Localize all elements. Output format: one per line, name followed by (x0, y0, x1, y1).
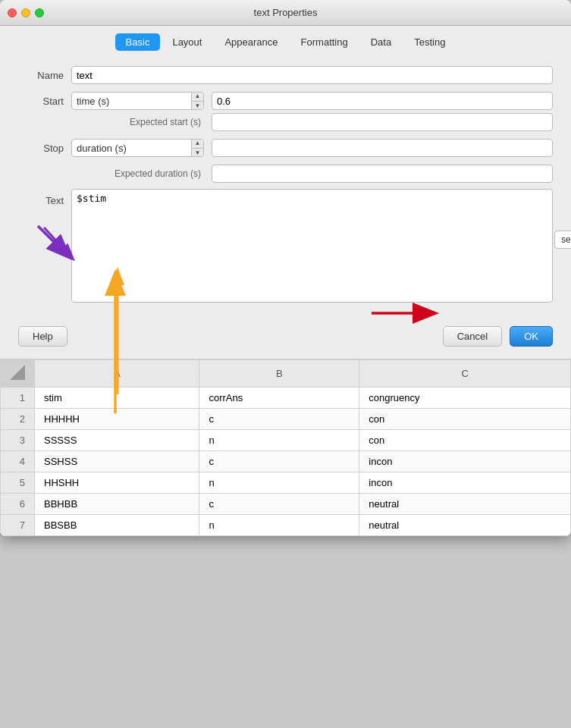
text-label: Text (18, 189, 64, 206)
cell-b: n (199, 515, 359, 536)
name-row: Name (18, 66, 553, 84)
corner-cell (1, 360, 35, 388)
expected-start-row: Expected start (s) (18, 113, 553, 131)
cell-c: con (359, 409, 571, 430)
table-row: 1 stim corrAns congruency (1, 388, 571, 409)
row-num: 4 (1, 451, 35, 472)
minimize-button[interactable] (21, 8, 30, 17)
cell-a: HHHHH (35, 409, 199, 430)
cancel-button[interactable]: Cancel (443, 326, 502, 347)
titlebar: text Properties (0, 0, 571, 26)
stepper-up[interactable]: ▲ (192, 92, 203, 102)
text-input[interactable]: $stim (71, 189, 553, 303)
tab-data[interactable]: Data (360, 33, 402, 51)
svg-marker-8 (10, 365, 25, 380)
set-every-repeat-container: set every repeat ▲ ▼ (554, 231, 571, 249)
stop-type-label: duration (s) (72, 143, 191, 154)
table-row: 4 SSHSS c incon (1, 451, 571, 472)
tab-bar: Basic Layout Appearance Formatting Data … (0, 26, 571, 57)
close-button[interactable] (8, 8, 17, 17)
col-header-b: B (199, 360, 359, 388)
start-type-label: time (s) (72, 96, 191, 107)
spreadsheet-table: A B C 1 stim corrAns congruency 2 HHHHH … (0, 359, 571, 536)
expected-start-label: Expected start (s) (71, 117, 204, 127)
window-title: text Properties (254, 7, 318, 18)
start-type-select[interactable]: time (s) ▲ ▼ (71, 92, 204, 110)
start-row: Start time (s) ▲ ▼ (18, 92, 553, 110)
table-row: 6 BBHBB c neutral (1, 494, 571, 515)
row-num: 6 (1, 494, 35, 515)
cell-a: SSHSS (35, 451, 199, 472)
stop-label: Stop (18, 143, 64, 154)
cell-c: neutral (359, 515, 571, 536)
stop-type-select[interactable]: duration (s) ▲ ▼ (71, 139, 204, 157)
row-num: 1 (1, 388, 35, 409)
tab-formatting[interactable]: Formatting (290, 33, 359, 51)
cell-b: n (199, 430, 359, 451)
stop-row: Stop duration (s) ▲ ▼ (18, 139, 553, 157)
row-num: 7 (1, 515, 35, 536)
stepper-down[interactable]: ▼ (192, 102, 203, 111)
start-value-input[interactable] (212, 92, 553, 110)
expected-duration-row: Expected duration (s) (18, 165, 553, 183)
expected-duration-input[interactable] (212, 165, 553, 183)
cell-b: corrAns (199, 388, 359, 409)
cell-b: c (199, 494, 359, 515)
cell-c: incon (359, 472, 571, 494)
maximize-button[interactable] (35, 8, 44, 17)
ok-button[interactable]: OK (510, 326, 553, 347)
start-type-stepper[interactable]: ▲ ▼ (191, 92, 203, 110)
spreadsheet: A B C 1 stim corrAns congruency 2 HHHHH … (0, 359, 571, 536)
tab-testing[interactable]: Testing (403, 33, 456, 51)
stop-stepper-down[interactable]: ▼ (192, 149, 203, 158)
main-window: text Properties Basic Layout Appearance … (0, 0, 571, 536)
tab-appearance[interactable]: Appearance (214, 33, 288, 51)
cell-c: incon (359, 451, 571, 472)
cell-b: c (199, 451, 359, 472)
start-section: Start time (s) ▲ ▼ Expected start (s) (18, 92, 553, 131)
bottom-bar: Help Cancel OK (0, 317, 571, 359)
tab-layout[interactable]: Layout (162, 33, 212, 51)
table-row: 3 SSSSS n con (1, 430, 571, 451)
row-num: 3 (1, 430, 35, 451)
stop-section: Stop duration (s) ▲ ▼ Expected duration … (18, 139, 553, 183)
traffic-lights (8, 8, 44, 17)
cell-c: neutral (359, 494, 571, 515)
cell-b: c (199, 409, 359, 430)
table-row: 5 HHSHH n incon (1, 472, 571, 494)
cell-a: stim (35, 388, 199, 409)
table-row: 7 BBSBB n neutral (1, 515, 571, 536)
table-row: 2 HHHHH c con (1, 409, 571, 430)
stop-stepper-up[interactable]: ▲ (192, 139, 203, 149)
cell-a: BBSBB (35, 515, 199, 536)
name-label: Name (18, 70, 64, 81)
cell-c: congruency (359, 388, 571, 409)
stop-type-stepper[interactable]: ▲ ▼ (191, 139, 203, 157)
cell-a: HHSHH (35, 472, 199, 494)
set-every-repeat-label: set every repeat (555, 234, 571, 245)
textarea-container: $stim set every repeat ▲ ▼ (71, 189, 553, 305)
stop-value-input[interactable] (212, 139, 553, 157)
name-input[interactable] (71, 66, 553, 84)
tab-basic[interactable]: Basic (115, 33, 161, 51)
row-num: 5 (1, 472, 35, 494)
start-label: Start (18, 96, 64, 107)
row-num: 2 (1, 409, 35, 430)
cell-a: SSSSS (35, 430, 199, 451)
main-form: Name Start time (s) ▲ ▼ Expected start (… (0, 57, 571, 317)
cell-c: con (359, 430, 571, 451)
cell-b: n (199, 472, 359, 494)
text-section: Text $stim set every repeat ▲ ▼ (18, 189, 553, 305)
col-header-c: C (359, 360, 571, 388)
expected-start-input[interactable] (212, 113, 553, 131)
cell-a: BBHBB (35, 494, 199, 515)
help-button[interactable]: Help (18, 326, 67, 347)
action-buttons: Cancel OK (443, 326, 553, 347)
expected-duration-label: Expected duration (s) (71, 168, 204, 179)
col-header-a: A (35, 360, 199, 388)
